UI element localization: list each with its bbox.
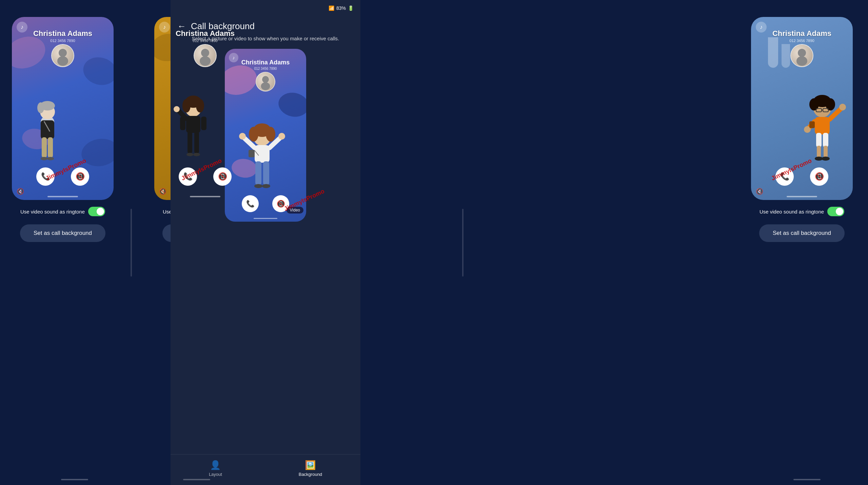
svg-rect-8 [48,137,53,158]
call-buttons-1: 📞 📵 [12,167,114,186]
center-contact-number: 012 3456 7890 [225,67,306,70]
svg-point-26 [193,153,200,156]
main-layout: ♪ Christina Adams 012 3456 7890 [0,0,868,485]
svg-point-12 [201,49,209,57]
bottom-bar-2 [190,196,220,197]
center-contact-info: Christina Adams 012 3456 7890 [225,59,306,70]
ringtone-label-1: Use video sound as ringtone [20,209,85,215]
accept-btn-1[interactable]: 📞 [36,167,55,186]
center-bottom-bar [254,218,277,219]
svg-point-5 [37,102,44,113]
svg-rect-38 [255,161,261,185]
bottom-bar-4 [787,196,817,197]
set-bg-btn-4[interactable]: Set as call background [759,224,845,242]
phone-card-1: ♪ Christina Adams 012 3456 7890 [0,17,125,242]
status-bar: 📶 83% 🔋 [171,0,360,11]
svg-point-10 [47,157,54,160]
center-character [228,110,296,201]
character-4 [795,81,849,176]
svg-point-22 [174,106,180,112]
scroll-indicator-4 [793,479,821,480]
bottom-nav: 👤 Layout 🖼️ Background [171,454,360,485]
battery-percentage: 83% [336,5,346,11]
background-icon: 🖼️ [305,460,316,470]
svg-rect-39 [263,161,269,185]
mute-icon-4: 🔇 [756,188,763,195]
contact-name-2: Christina Adams [154,29,256,38]
contact-number-4: 012 3456 7890 [751,39,853,43]
ringtone-row-4: Use video sound as ringtone [760,207,844,216]
svg-point-35 [239,133,246,140]
svg-rect-24 [194,132,199,154]
phone-screen-1: ♪ Christina Adams 012 3456 7890 [12,17,114,200]
divider-3 [462,209,463,277]
mute-icon-2: 🔇 [159,188,166,195]
center-contact-name: Christina Adams [225,59,306,66]
svg-point-41 [262,184,270,188]
background-label: Background [299,472,322,477]
svg-rect-59 [816,133,822,147]
set-bg-btn-1[interactable]: Set as call background [20,224,105,242]
toggle-1[interactable] [88,207,105,216]
scroll-indicator-2 [183,479,210,480]
accept-btn-2[interactable]: 📞 [179,167,197,186]
contact-info-1: Christina Adams 012 3456 7890 [12,29,114,43]
call-buttons-4: 📞 📵 [751,167,853,186]
mute-icon-1: 🔇 [17,188,24,195]
svg-point-27 [262,76,269,83]
svg-point-13 [200,56,211,66]
svg-rect-61 [817,146,821,158]
character-2 [168,78,219,176]
contact-number-1: 012 3456 7890 [12,39,114,43]
accept-btn-4[interactable]: 📞 [775,167,794,186]
svg-point-16 [182,99,191,113]
svg-rect-20 [201,117,206,130]
avatar-2 [194,44,217,67]
center-phone-preview: ♪ Christina Adams 012 3456 7890 [225,49,306,222]
decline-btn-1[interactable]: 📵 [71,167,89,186]
svg-rect-42 [249,150,255,157]
contact-name-1: Christina Adams [12,29,114,38]
svg-point-31 [249,127,258,142]
contact-info-4: Christina Adams 012 3456 7890 [751,29,853,43]
center-avatar [256,72,275,92]
nav-background[interactable]: 🖼️ Background [299,460,322,477]
toggle-4[interactable] [827,207,844,216]
contact-info-2: Christina Adams 012 3456 7890 [154,29,256,43]
svg-point-32 [266,127,275,142]
svg-rect-7 [42,137,47,158]
decline-btn-4[interactable]: 📵 [810,167,828,186]
svg-point-0 [59,49,67,57]
svg-rect-62 [824,146,828,158]
svg-point-44 [798,49,806,57]
center-accept-btn[interactable]: 📞 [242,195,259,212]
character-1 [22,81,73,176]
ringtone-label-4: Use video sound as ringtone [760,209,824,215]
decline-btn-2[interactable]: 📵 [213,167,232,186]
nav-layout[interactable]: 👤 Layout [209,460,222,477]
card-bottom-1: Use video sound as ringtone Set as call … [5,207,120,242]
svg-rect-6 [41,120,54,139]
call-buttons-2: 📞 📵 [154,167,256,186]
layout-icon: 👤 [210,460,221,470]
svg-rect-58 [809,121,815,128]
svg-point-45 [796,56,807,66]
scroll-indicator-1 [61,479,88,480]
svg-rect-23 [188,132,192,154]
video-badge: Video [287,207,303,214]
svg-point-17 [196,99,204,113]
divider-1 [131,209,132,277]
battery-icon: 🔋 [348,5,354,11]
svg-point-64 [822,157,830,161]
phone-card-4: ♪ Christina Adams 012 3456 7890 [736,17,868,242]
svg-point-55 [839,104,846,110]
bottom-bar-1 [47,196,78,197]
svg-point-9 [41,157,47,160]
contact-name-4: Christina Adams [751,29,853,38]
phone-screen-4: ♪ Christina Adams 012 3456 7890 [751,17,853,200]
contact-number-2: 012 3456 7890 [154,39,256,43]
svg-point-37 [278,133,285,140]
svg-point-28 [261,82,270,90]
svg-rect-60 [823,133,828,147]
layout-label: Layout [209,472,222,477]
